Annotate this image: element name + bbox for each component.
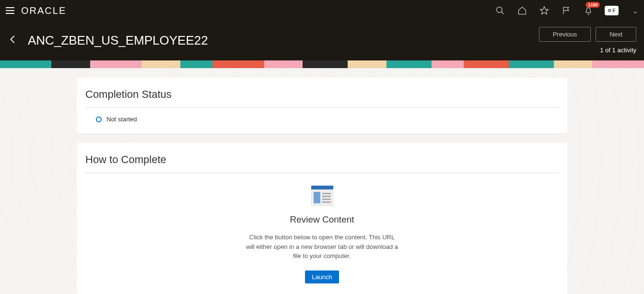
home-icon[interactable] [516,5,528,16]
flag-icon[interactable] [561,5,572,16]
svg-marker-2 [540,7,549,14]
notifications-icon[interactable]: 1160 [583,5,594,16]
document-icon [311,186,333,206]
status-indicator-icon [96,117,102,122]
activity-counter: 1 of 1 activity [600,47,636,54]
search-icon[interactable] [494,5,506,16]
how-to-complete-title: How to Complete [85,153,559,166]
user-menu[interactable]: ⚙F [605,6,619,15]
notification-badge: 1160 [585,2,600,8]
how-to-complete-card: How to Complete Review Content Click the… [77,143,567,294]
status-text: Not started [106,116,137,123]
launch-button[interactable]: Launch [305,270,339,283]
page-title: ANC_ZBEN_US_EMPLOYEE22 [28,33,539,48]
menu-icon[interactable] [6,6,14,15]
previous-button[interactable]: Previous [539,27,591,42]
next-button[interactable]: Next [596,27,636,42]
completion-status-card: Completion Status Not started [77,78,567,133]
svg-point-0 [497,7,503,13]
decorative-banner [0,60,644,68]
star-icon[interactable] [539,5,550,16]
completion-status-title: Completion Status [85,88,559,101]
brand-logo[interactable]: ORACLE [21,5,66,16]
chevron-down-icon[interactable]: ⌄ [632,6,638,15]
review-description: Click the button below to open the conte… [246,233,399,261]
global-topbar: ORACLE 1160 ⚙F ⌄ [0,0,644,21]
page-header: ANC_ZBEN_US_EMPLOYEE22 Previous Next 1 o… [0,21,644,60]
back-button[interactable] [8,34,18,47]
svg-line-1 [502,12,504,14]
review-heading: Review Content [138,214,506,225]
